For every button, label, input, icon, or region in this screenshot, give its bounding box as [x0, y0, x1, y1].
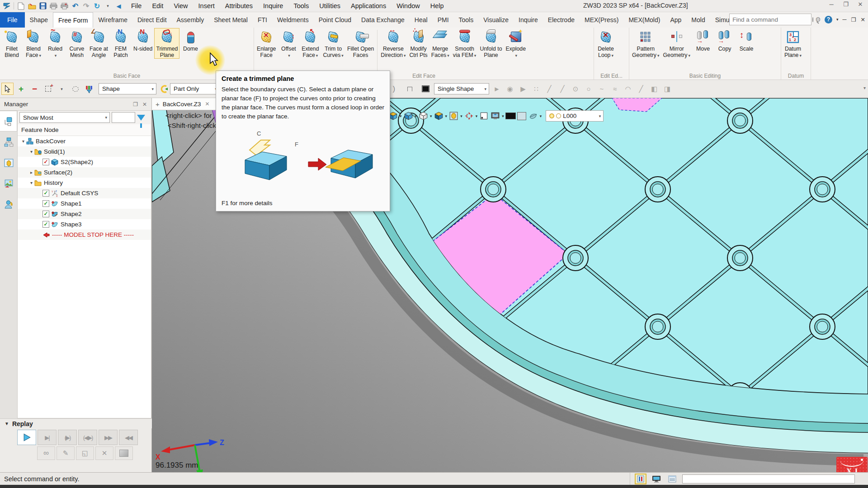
- image-manager-icon[interactable]: [0, 173, 17, 194]
- minimize-icon[interactable]: ─: [827, 1, 835, 8]
- checkbox-green[interactable]: ✓: [42, 221, 49, 228]
- tree-search-input[interactable]: [112, 112, 135, 123]
- remove-select-icon[interactable]: −: [28, 83, 41, 95]
- dropdown-icon[interactable]: ▾: [799, 53, 802, 58]
- chevron-down-icon[interactable]: ▾: [28, 149, 34, 154]
- tab-sheet-metal[interactable]: Sheet Metal: [209, 12, 253, 28]
- print-icon[interactable]: [49, 1, 58, 11]
- menu-file[interactable]: File: [130, 1, 143, 10]
- boss-hole[interactable]: [645, 177, 670, 202]
- dropdown-icon[interactable]: ▾: [415, 114, 417, 118]
- tree-row-solid-1-[interactable]: ▾Solid(1): [18, 146, 151, 157]
- tree-row-history[interactable]: ▾History: [18, 178, 151, 188]
- black-square-icon[interactable]: [420, 83, 432, 95]
- tab-point-cloud[interactable]: Point Cloud: [314, 12, 356, 28]
- dropdown-icon[interactable]: ▾: [56, 83, 68, 95]
- tab-direct-edit[interactable]: Direct Edit: [132, 12, 172, 28]
- dropdown-icon[interactable]: ▾: [476, 114, 478, 118]
- help-icon[interactable]: ?: [825, 16, 832, 23]
- link-icon[interactable]: ∞: [37, 446, 55, 460]
- smooth-via-fem-button[interactable]: Smoothvia FEM▾: [451, 28, 478, 59]
- tab-data-exchange[interactable]: Data Exchange: [356, 12, 410, 28]
- tab-visualize[interactable]: Visualize: [478, 12, 514, 28]
- wireframe-cube-icon[interactable]: [418, 111, 429, 121]
- n-sided-button[interactable]: NN-sided: [132, 28, 154, 53]
- tab-mold[interactable]: Mold: [686, 12, 710, 28]
- model-tree-icon[interactable]: [0, 111, 17, 131]
- pick-arrow-icon[interactable]: [1, 83, 14, 95]
- blend-face-button[interactable]: BlendFace▾: [23, 28, 44, 59]
- visual-manager-icon[interactable]: [0, 152, 17, 173]
- dropdown-icon[interactable]: ▾: [316, 53, 318, 58]
- status-input[interactable]: [682, 474, 855, 483]
- render-monitor-icon[interactable]: [490, 111, 500, 121]
- boss-hole[interactable]: [563, 245, 588, 271]
- offset-button[interactable]: ∶Offset▾: [278, 28, 299, 59]
- merge-faces-button[interactable]: MergeFaces▾: [429, 28, 451, 59]
- extend-face-button[interactable]: ↖ExtendFace▾: [299, 28, 321, 59]
- tab-app[interactable]: App: [665, 12, 686, 28]
- tab-free-form[interactable]: Free Form: [53, 12, 93, 28]
- dropdown-icon[interactable]: ▾: [474, 53, 476, 58]
- dropdown-icon[interactable]: ▾: [445, 114, 448, 118]
- fold-view-icon[interactable]: ◱: [76, 446, 94, 460]
- chevron-down-icon[interactable]: ▾: [20, 139, 26, 144]
- rotate-target-icon[interactable]: [464, 111, 474, 121]
- tab-file[interactable]: File: [0, 12, 25, 28]
- entity-filter-combo[interactable]: Shape▾: [99, 83, 156, 94]
- show-filter-combo[interactable]: Show Most▾: [19, 112, 110, 123]
- rewind-icon[interactable]: ◀◀: [119, 430, 138, 445]
- restore-icon[interactable]: ❐: [842, 1, 850, 8]
- boss-hole[interactable]: [810, 314, 835, 339]
- scope-combo[interactable]: Part Only▾: [170, 83, 220, 94]
- dropdown-icon[interactable]: ▾: [657, 53, 660, 58]
- boss-hole[interactable]: [727, 108, 753, 133]
- tab-inquire[interactable]: Inquire: [514, 12, 543, 28]
- new-file-icon[interactable]: [16, 1, 26, 11]
- clip-box-icon[interactable]: [479, 111, 489, 121]
- fillet-open-faces-button[interactable]: Fillet OpenFaces: [345, 28, 376, 59]
- tab-electrode[interactable]: Electrode: [543, 12, 580, 28]
- undo-icon[interactable]: ↶: [71, 1, 80, 11]
- doc-restore-icon[interactable]: ❐: [851, 16, 856, 23]
- menu-tools[interactable]: Tools: [292, 1, 310, 10]
- dome-button[interactable]: Dome: [179, 28, 201, 53]
- tree-row-shape2[interactable]: ✓Shape2: [18, 209, 151, 219]
- tab-shape[interactable]: Shape: [25, 12, 53, 28]
- layer-combo[interactable]: L000▾: [546, 110, 604, 122]
- tab-mex-press-[interactable]: MEX(Press): [580, 12, 623, 28]
- face-at-angle-button[interactable]: ∠Face atAngle: [88, 28, 110, 59]
- tab-fti[interactable]: FTI: [253, 12, 272, 28]
- menu-view[interactable]: View: [172, 1, 189, 10]
- tree-row-backcover[interactable]: ▾BackCover: [18, 136, 151, 146]
- help-dropdown-icon[interactable]: ▾: [836, 17, 839, 22]
- trim-to-curves-button[interactable]: Trim toCurves▾: [321, 28, 345, 59]
- save-icon[interactable]: [38, 1, 47, 11]
- fem-patch-button[interactable]: NFEMPatch: [110, 28, 132, 59]
- tree-row-shape1[interactable]: ✓Shape1: [18, 198, 151, 209]
- redo-icon[interactable]: ↷: [81, 1, 91, 11]
- fast-forward-icon[interactable]: ▶▶: [99, 430, 118, 445]
- modify-ctrl-pts-button[interactable]: ∴ModifyCtrl Pts: [407, 28, 429, 59]
- tab-assembly[interactable]: Assembly: [172, 12, 209, 28]
- copy-button[interactable]: →Copy: [714, 28, 736, 53]
- pattern-geometry-button[interactable]: PatternGeometry▾: [630, 28, 661, 59]
- dropdown-icon[interactable]: ▾: [400, 114, 402, 118]
- find-command-box[interactable]: [729, 14, 811, 25]
- delete-loop-button[interactable]: ✕DeleteLoop▾: [595, 28, 617, 59]
- dropdown-icon[interactable]: ▾: [288, 53, 290, 58]
- dropdown-icon[interactable]: ▾: [515, 53, 518, 58]
- ruled-button[interactable]: ~Ruled▾: [44, 28, 66, 59]
- toolbar-overflow-icon[interactable]: ▾: [863, 85, 866, 90]
- list-icon[interactable]: [666, 474, 678, 484]
- scale-button[interactable]: ↕Scale: [736, 28, 757, 53]
- enlarge-face-button[interactable]: ✕EnlargeFace: [255, 28, 278, 59]
- unfold-to-plane-button[interactable]: Unfold toPlane: [478, 28, 504, 59]
- cap-icon[interactable]: [404, 83, 416, 95]
- tree-row-s2-shape2-[interactable]: ✓S2(Shape2): [18, 157, 151, 167]
- doc-minimize-icon[interactable]: ─: [842, 16, 846, 23]
- filter-icon[interactable]: [83, 83, 95, 95]
- display-icon[interactable]: [651, 474, 662, 484]
- menu-applications[interactable]: Applications: [349, 1, 387, 10]
- menu-attributes[interactable]: Attributes: [224, 1, 254, 10]
